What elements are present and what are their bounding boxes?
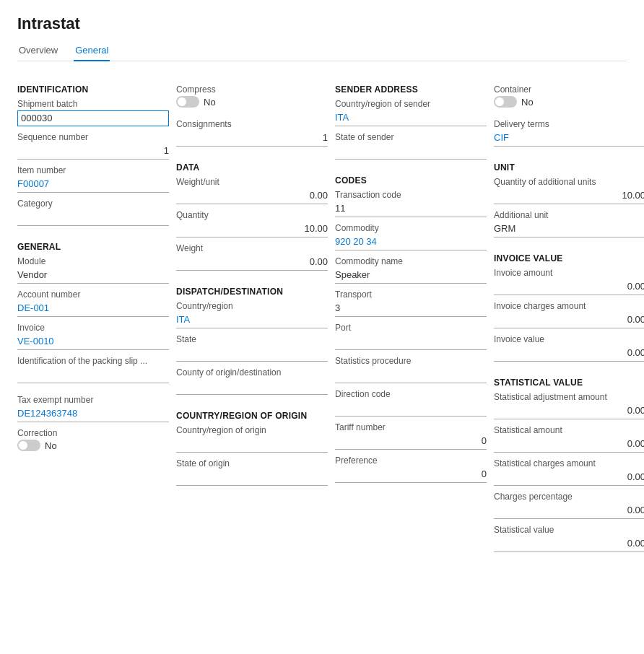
field-invoice-amount: Invoice amount 0.00	[494, 268, 644, 295]
field-quantity-additional: Quantity of additional units 10.00	[494, 177, 644, 204]
field-dispatch-country: Country/region ITA	[176, 301, 328, 328]
tab-bar: Overview General	[17, 40, 627, 61]
section-dispatch: DISPATCH/DESTINATION	[176, 287, 328, 297]
field-direction-code: Direction code	[335, 389, 487, 417]
section-sender-address: SENDER ADDRESS	[335, 84, 487, 95]
container-toggle[interactable]	[494, 96, 517, 108]
field-county: County of origin/destination	[176, 367, 328, 395]
field-sequence-number: Sequence number 1	[17, 132, 169, 160]
field-compress: Compress No	[176, 84, 328, 113]
field-stat-charges: Statistical charges amount 0.00	[494, 458, 644, 486]
field-preference: Preference 0	[335, 455, 487, 483]
field-country-of-origin: Country/region of origin	[176, 425, 328, 453]
field-container: Container No	[494, 84, 644, 113]
field-port: Port	[335, 323, 487, 350]
field-transport: Transport 3	[335, 289, 487, 317]
page-title: Intrastat	[17, 14, 627, 33]
field-tax-exempt: Tax exempt number DE124363748	[17, 395, 169, 422]
compress-toggle[interactable]	[176, 96, 199, 108]
field-item-number: Item number F00007	[17, 165, 169, 193]
field-stat-adjustment: Statistical adjustment amount 0.00	[494, 392, 644, 419]
field-commodity-name: Commodity name Speaker	[335, 256, 487, 284]
field-shipment-batch: Shipment batch 000030	[17, 99, 169, 126]
col-3: SENDER ADDRESS Country/region of sender …	[335, 74, 487, 558]
field-charges-pct: Charges percentage 0.00	[494, 492, 644, 519]
field-invoice-charges-amount: Invoice charges amount 0.00	[494, 301, 644, 328]
section-general: GENERAL	[17, 242, 169, 252]
tab-overview[interactable]: Overview	[17, 40, 59, 61]
section-country-region-origin: COUNTRY/REGION OF ORIGIN	[176, 411, 328, 421]
field-tariff-number: Tariff number 0	[335, 422, 487, 450]
field-country-sender: Country/region of sender ITA	[335, 99, 487, 126]
section-data: DATA	[176, 162, 328, 173]
field-packing-slip: Identification of the packing slip ...	[17, 356, 169, 383]
correction-toggle-row: No	[17, 440, 169, 451]
field-state-of-origin: State of origin	[176, 458, 328, 486]
compress-toggle-row: No	[176, 96, 328, 108]
field-weight: Weight 0.00	[176, 243, 328, 271]
tab-general[interactable]: General	[74, 40, 110, 61]
section-invoice-value: INVOICE VALUE	[494, 253, 644, 263]
col-1: IDENTIFICATION Shipment batch 000030 Seq…	[17, 74, 169, 558]
container-toggle-row: No	[494, 96, 644, 108]
field-invoice-value: Invoice value 0.00	[494, 334, 644, 362]
form-grid: IDENTIFICATION Shipment batch 000030 Seq…	[17, 74, 627, 558]
field-transaction-code: Transaction code 11	[335, 190, 487, 217]
field-correction: Correction No	[17, 428, 169, 457]
section-statistical-value: STATISTICAL VALUE	[494, 378, 644, 388]
correction-toggle[interactable]	[17, 440, 40, 451]
field-delivery-terms: Delivery terms CIF	[494, 119, 644, 147]
field-additional-unit: Additional unit GRM	[494, 210, 644, 237]
field-quantity: Quantity 10.00	[176, 210, 328, 237]
field-state-sender: State of sender	[335, 132, 487, 160]
field-account-number: Account number DE-001	[17, 289, 169, 317]
field-stat-amount: Statistical amount 0.00	[494, 425, 644, 453]
field-category: Category	[17, 199, 169, 226]
field-stat-value: Statistical value 0.00	[494, 525, 644, 552]
col-2: Compress No Consignments 1 DATA Weight/u…	[176, 74, 328, 558]
field-commodity: Commodity 920 20 34	[335, 223, 487, 250]
field-invoice: Invoice VE-0010	[17, 323, 169, 350]
field-module: Module Vendor	[17, 256, 169, 284]
field-consignments: Consignments 1	[176, 119, 328, 147]
col-4: Container No Delivery terms CIF UNIT Qua…	[494, 74, 644, 558]
section-codes: CODES	[335, 175, 487, 186]
section-identification: IDENTIFICATION	[17, 84, 169, 95]
field-statistics-procedure: Statistics procedure	[335, 356, 487, 383]
field-dispatch-state: State	[176, 334, 328, 362]
field-weight-unit: Weight/unit 0.00	[176, 177, 328, 204]
section-unit: UNIT	[494, 162, 644, 173]
